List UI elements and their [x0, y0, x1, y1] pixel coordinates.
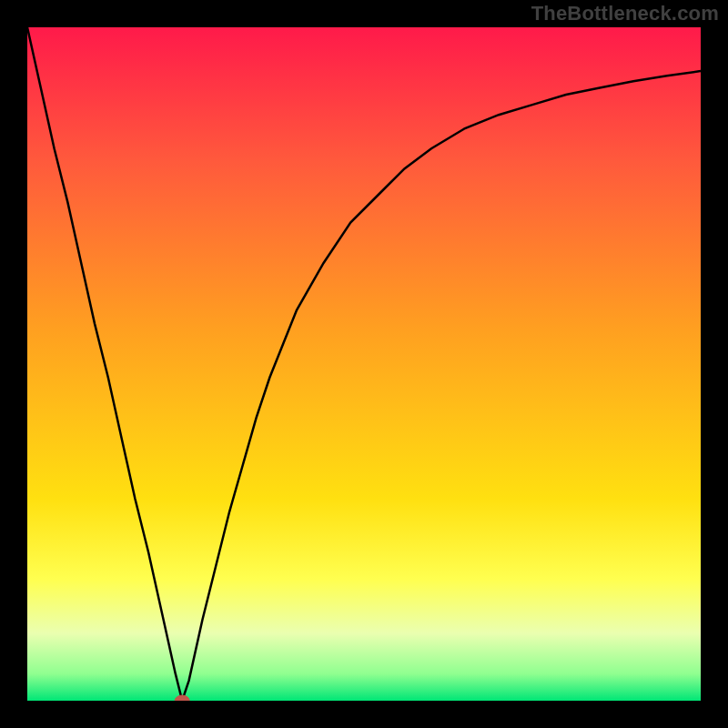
chart-svg	[27, 27, 701, 701]
gradient-background	[27, 27, 701, 701]
plot-area	[27, 27, 701, 701]
chart-frame: TheBottleneck.com	[0, 0, 728, 728]
watermark-text: TheBottleneck.com	[531, 2, 719, 25]
